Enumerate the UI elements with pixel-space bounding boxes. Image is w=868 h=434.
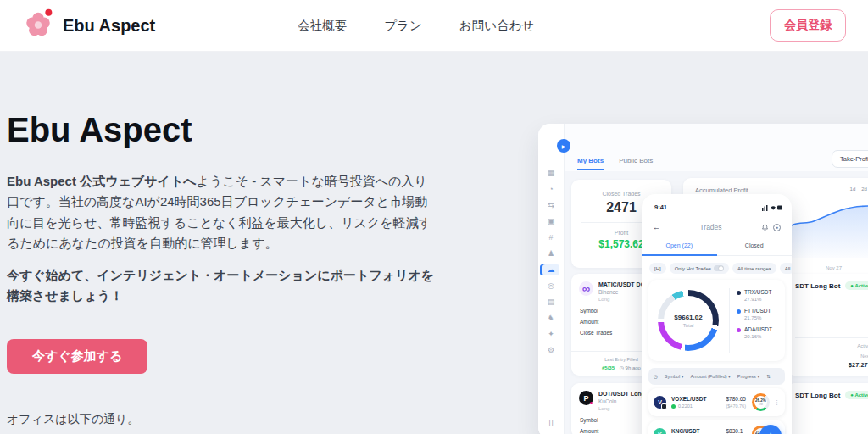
- matic-exchange: Binance: [598, 289, 645, 295]
- clock-sort-icon[interactable]: ◷: [654, 374, 658, 379]
- trade-pair: KNC/USDT: [671, 428, 700, 434]
- matic-side: Long: [598, 297, 645, 302]
- pie-icon[interactable]: ◔: [542, 184, 559, 195]
- trades-tabs: Open (22) Closed: [642, 242, 792, 256]
- bot-icon[interactable]: ♟: [542, 248, 559, 259]
- mobile-app-mock: 9:41 ← Trades ● Open (22) Closed [H] Onl…: [642, 194, 792, 434]
- nav-link-about[interactable]: 会社概要: [298, 18, 347, 34]
- eye-icon[interactable]: ◎: [542, 281, 559, 292]
- tags-icon[interactable]: #: [542, 232, 559, 243]
- trade-row-voxel[interactable]: V VOXEL/USDT 0.2201 $780.65 ($470.76) 26…: [648, 388, 785, 416]
- entry-time-ago: ◷ 9h ago: [620, 365, 641, 370]
- trx-dot: [737, 291, 741, 295]
- chart-x-axis: Nov 27 Dec 4: [826, 265, 868, 270]
- kebab-menu-icon[interactable]: ⋮: [774, 399, 780, 406]
- donut-total: $9661.02: [674, 314, 702, 321]
- donut-center: $9661.02 Total: [658, 290, 719, 351]
- avatar-icon[interactable]: ●: [773, 224, 781, 231]
- matic-pair: MATIC/USDT DC: [598, 281, 645, 287]
- brand-name: Ebu Aspect: [63, 16, 155, 36]
- site-header: Ebu Aspect 会社概要 プラン お問い合わせ 会員登録: [0, 0, 868, 52]
- signup-button[interactable]: 会員登録: [770, 9, 846, 42]
- dot-exchange: KuCoin: [598, 398, 645, 404]
- status-time: 9:41: [654, 203, 667, 211]
- hot-trades-toggle[interactable]: [714, 265, 724, 271]
- x-label-nov27: Nov 27: [826, 265, 842, 270]
- phone-page-title: Trades: [665, 223, 757, 231]
- sort-amount[interactable]: Amount (Fulfilled) ▾: [690, 374, 730, 379]
- hot-filter-chip[interactable]: [H]: [649, 263, 666, 274]
- status-icons: [762, 204, 782, 211]
- ftt-dot: [737, 309, 741, 314]
- portfolio-donut-card: $9661.02 Total TRX/USDT 27.91% FTT/USDT …: [648, 280, 785, 361]
- swap-icon[interactable]: ⇆: [542, 200, 559, 211]
- board-icon[interactable]: ▣: [542, 216, 559, 227]
- sort-bar: ◷ Symbol ▾ Amount (Fulfilled) ▾ Progress…: [648, 368, 785, 385]
- next-entry-label: Next Entry: [795, 353, 868, 359]
- trade-price: $780.65: [726, 396, 746, 402]
- hero-section: Ebu Aspect Ebu Aspect 公式ウェブサイトへようこそ - スマ…: [0, 52, 868, 434]
- active-trade-section: Active Trade Next Entry $27.277-10.77%: [795, 337, 868, 369]
- knc-coin-icon: K: [654, 428, 666, 434]
- spark-icon[interactable]: ✦: [542, 329, 559, 340]
- intro-bold: Ebu Aspect 公式ウェブサイトへ: [7, 174, 197, 188]
- brand[interactable]: Ebu Aspect: [22, 8, 155, 44]
- sort-symbol[interactable]: Symbol ▾: [665, 374, 684, 379]
- users-icon[interactable]: ♞: [542, 313, 559, 324]
- donut-total-label: Total: [683, 323, 694, 328]
- device-icon[interactable]: ▯: [548, 418, 554, 427]
- time-range-chip[interactable]: All time ranges: [732, 263, 776, 274]
- entries-count: #5/35: [602, 365, 615, 370]
- dot-pair: DOT/USDT Long: [598, 391, 645, 397]
- tab-closed-trades[interactable]: Closed: [717, 242, 793, 256]
- tab-open-trades[interactable]: Open (22): [642, 242, 717, 256]
- dashboard-sidebar: ▦ ◔ ⇆ ▣ # ♟ ☁ ◎ ▤ ♞ ✦ ⚙ ▯: [538, 124, 565, 434]
- nav-link-contact[interactable]: お問い合わせ: [459, 18, 534, 34]
- intro-paragraph: Ebu Aspect 公式ウェブサイトへようこそ - スマートな暗号投資への入り…: [7, 171, 437, 253]
- dot-side: Long: [598, 406, 645, 411]
- range-2d[interactable]: 2d: [861, 186, 867, 192]
- range-1d[interactable]: 1d: [850, 186, 856, 192]
- trade-pair: VOXEL/USDT: [671, 396, 707, 402]
- sakura-logo-icon: [22, 8, 54, 44]
- cta-lead-paragraph: 今すぐ始めて、インテリジェント・オートメーションにポートフォリオを構築させましょ…: [7, 265, 437, 307]
- filter-chips: [H] Only Hot Trades All time ranges All: [649, 263, 792, 274]
- phone-status-bar: 9:41: [654, 203, 782, 211]
- progress-gauge: 26.2%2M: [752, 393, 770, 411]
- grid-icon[interactable]: ▦: [542, 168, 559, 179]
- usdt-long-bot-card-bottom[interactable]: SDT Long Bot ● Active Crea: [787, 383, 868, 434]
- back-arrow-icon[interactable]: ←: [653, 223, 660, 231]
- bell-icon[interactable]: [761, 224, 769, 231]
- active-status-badge-2: ● Active: [845, 391, 868, 399]
- all-chip[interactable]: All: [780, 263, 792, 274]
- gear-icon[interactable]: ⚙: [542, 345, 559, 356]
- wallet-icon[interactable]: ▤: [542, 297, 559, 308]
- phone-nav-bar: ← Trades ●: [653, 223, 781, 231]
- next-entry-value: $27.277: [849, 361, 868, 369]
- hero-copy: Ebu Aspect Ebu Aspect 公式ウェブサイトへようこそ - スマ…: [7, 111, 437, 434]
- tab-public-bots[interactable]: Public Bots: [619, 157, 653, 170]
- time-range-buttons: 1d 2d 1w 1m 3m 1y: [850, 185, 868, 193]
- ada-dot: [737, 328, 741, 332]
- cloud-icon-active[interactable]: ☁: [542, 264, 559, 275]
- active-status-badge: ● Active: [845, 281, 868, 290]
- voxel-coin-icon: V: [654, 396, 666, 409]
- take-profit-button[interactable]: Take-Profit D: [832, 150, 868, 168]
- usdt-long-bot-card-top[interactable]: SDT Long Bot ● Active Crea Active Trade …: [787, 274, 868, 376]
- trade-secondary: ($470.76): [726, 403, 746, 409]
- active-trade-label: Active Trade: [795, 343, 868, 348]
- filled-dot-icon: [671, 404, 676, 409]
- sort-progress[interactable]: Progress ▾: [737, 374, 760, 379]
- trade-price: $830.1: [726, 428, 746, 434]
- legend-ftt: FTT/USDT 21.75%: [737, 308, 772, 320]
- join-now-button[interactable]: 今すぐ参加する: [7, 339, 147, 374]
- offices-label: オフィスは以下の通り。: [7, 412, 437, 427]
- main-nav: 会社概要 プラン お問い合わせ: [298, 18, 534, 34]
- only-hot-trades-chip[interactable]: Only Hot Trades: [670, 263, 729, 274]
- legend-ada: ADA/USDT 20.16%: [737, 326, 772, 339]
- play-button[interactable]: ▶: [557, 139, 570, 153]
- tab-my-bots[interactable]: My Bots: [577, 157, 604, 170]
- nav-link-plans[interactable]: プラン: [384, 18, 422, 34]
- polkadot-coin-icon: P: [579, 391, 593, 405]
- sort-arrows-icon[interactable]: ⇅: [766, 374, 771, 379]
